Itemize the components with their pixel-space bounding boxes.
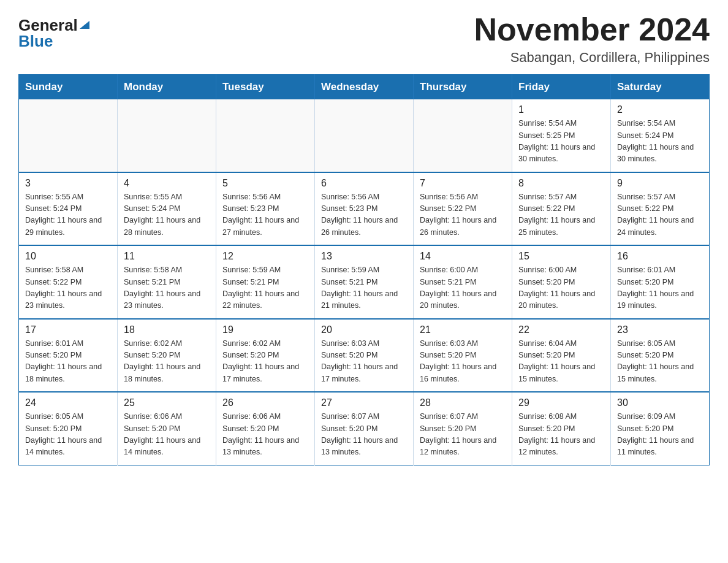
calendar-week-row: 17Sunrise: 6:01 AMSunset: 5:20 PMDayligh… — [19, 319, 710, 393]
day-info: Sunrise: 6:07 AMSunset: 5:20 PMDaylight:… — [420, 411, 506, 459]
page-header: General Blue November 2024 Sabangan, Cor… — [18, 12, 710, 66]
calendar-cell: 1Sunrise: 5:54 AMSunset: 5:25 PMDaylight… — [512, 99, 611, 172]
day-info: Sunrise: 5:58 AMSunset: 5:22 PMDaylight:… — [25, 264, 111, 312]
day-info: Sunrise: 5:55 AMSunset: 5:24 PMDaylight:… — [25, 191, 111, 239]
logo-general-text: General — [18, 17, 78, 33]
calendar-cell: 7Sunrise: 5:56 AMSunset: 5:22 PMDaylight… — [414, 172, 512, 246]
calendar-cell: 12Sunrise: 5:59 AMSunset: 5:21 PMDayligh… — [216, 245, 315, 319]
logo-blue-text: Blue — [18, 33, 53, 49]
day-number: 18 — [124, 324, 210, 335]
calendar-header-sunday: Sunday — [19, 75, 118, 100]
logo-triangle-icon — [80, 21, 89, 29]
calendar-cell — [118, 99, 216, 172]
calendar-header-tuesday: Tuesday — [216, 75, 315, 100]
day-number: 10 — [25, 251, 111, 262]
calendar-header-thursday: Thursday — [414, 75, 512, 100]
day-number: 14 — [420, 251, 506, 262]
day-number: 24 — [25, 397, 111, 408]
day-number: 13 — [321, 251, 407, 262]
calendar-cell: 22Sunrise: 6:04 AMSunset: 5:20 PMDayligh… — [512, 319, 611, 393]
calendar-cell: 27Sunrise: 6:07 AMSunset: 5:20 PMDayligh… — [315, 392, 414, 465]
day-info: Sunrise: 5:56 AMSunset: 5:23 PMDaylight:… — [222, 191, 308, 239]
calendar-cell: 10Sunrise: 5:58 AMSunset: 5:22 PMDayligh… — [19, 245, 118, 319]
day-info: Sunrise: 6:03 AMSunset: 5:20 PMDaylight:… — [321, 338, 407, 386]
day-info: Sunrise: 5:57 AMSunset: 5:22 PMDaylight:… — [518, 191, 604, 239]
day-number: 30 — [617, 397, 703, 408]
day-number: 29 — [518, 397, 604, 408]
day-info: Sunrise: 6:02 AMSunset: 5:20 PMDaylight:… — [222, 338, 308, 386]
day-number: 22 — [518, 324, 604, 335]
calendar-cell: 11Sunrise: 5:58 AMSunset: 5:21 PMDayligh… — [118, 245, 216, 319]
calendar-week-row: 1Sunrise: 5:54 AMSunset: 5:25 PMDaylight… — [19, 99, 710, 172]
day-number: 5 — [222, 178, 308, 189]
location-subtitle: Sabangan, Cordillera, Philippines — [474, 50, 710, 66]
calendar-cell — [216, 99, 315, 172]
day-info: Sunrise: 5:54 AMSunset: 5:24 PMDaylight:… — [617, 118, 703, 166]
day-number: 17 — [25, 324, 111, 335]
day-info: Sunrise: 6:09 AMSunset: 5:20 PMDaylight:… — [617, 411, 703, 459]
calendar-cell: 25Sunrise: 6:06 AMSunset: 5:20 PMDayligh… — [118, 392, 216, 465]
calendar-cell: 23Sunrise: 6:05 AMSunset: 5:20 PMDayligh… — [611, 319, 710, 393]
calendar-cell: 21Sunrise: 6:03 AMSunset: 5:20 PMDayligh… — [414, 319, 512, 393]
day-info: Sunrise: 6:00 AMSunset: 5:21 PMDaylight:… — [420, 264, 506, 312]
day-info: Sunrise: 5:59 AMSunset: 5:21 PMDaylight:… — [222, 264, 308, 312]
calendar-week-row: 10Sunrise: 5:58 AMSunset: 5:22 PMDayligh… — [19, 245, 710, 319]
calendar-week-row: 24Sunrise: 6:05 AMSunset: 5:20 PMDayligh… — [19, 392, 710, 465]
calendar-cell — [315, 99, 414, 172]
day-info: Sunrise: 6:08 AMSunset: 5:20 PMDaylight:… — [518, 411, 604, 459]
day-info: Sunrise: 5:58 AMSunset: 5:21 PMDaylight:… — [124, 264, 210, 312]
day-number: 11 — [124, 251, 210, 262]
day-number: 16 — [617, 251, 703, 262]
day-info: Sunrise: 6:05 AMSunset: 5:20 PMDaylight:… — [617, 338, 703, 386]
calendar-header-row: SundayMondayTuesdayWednesdayThursdayFrid… — [19, 75, 710, 100]
day-number: 28 — [420, 397, 506, 408]
day-info: Sunrise: 6:04 AMSunset: 5:20 PMDaylight:… — [518, 338, 604, 386]
day-info: Sunrise: 5:57 AMSunset: 5:22 PMDaylight:… — [617, 191, 703, 239]
day-info: Sunrise: 6:07 AMSunset: 5:20 PMDaylight:… — [321, 411, 407, 459]
calendar-table: SundayMondayTuesdayWednesdayThursdayFrid… — [18, 74, 710, 465]
day-info: Sunrise: 6:03 AMSunset: 5:20 PMDaylight:… — [420, 338, 506, 386]
title-block: November 2024 Sabangan, Cordillera, Phil… — [474, 12, 710, 66]
day-info: Sunrise: 6:02 AMSunset: 5:20 PMDaylight:… — [124, 338, 210, 386]
calendar-cell: 29Sunrise: 6:08 AMSunset: 5:20 PMDayligh… — [512, 392, 611, 465]
day-number: 4 — [124, 178, 210, 189]
calendar-week-row: 3Sunrise: 5:55 AMSunset: 5:24 PMDaylight… — [19, 172, 710, 246]
calendar-cell: 14Sunrise: 6:00 AMSunset: 5:21 PMDayligh… — [414, 245, 512, 319]
day-info: Sunrise: 6:06 AMSunset: 5:20 PMDaylight:… — [222, 411, 308, 459]
day-number: 20 — [321, 324, 407, 335]
calendar-cell: 6Sunrise: 5:56 AMSunset: 5:23 PMDaylight… — [315, 172, 414, 246]
calendar-cell: 2Sunrise: 5:54 AMSunset: 5:24 PMDaylight… — [611, 99, 710, 172]
calendar-cell: 5Sunrise: 5:56 AMSunset: 5:23 PMDaylight… — [216, 172, 315, 246]
month-year-title: November 2024 — [474, 12, 710, 47]
day-number: 7 — [420, 178, 506, 189]
calendar-cell: 28Sunrise: 6:07 AMSunset: 5:20 PMDayligh… — [414, 392, 512, 465]
calendar-cell: 24Sunrise: 6:05 AMSunset: 5:20 PMDayligh… — [19, 392, 118, 465]
calendar-header-friday: Friday — [512, 75, 611, 100]
calendar-cell: 13Sunrise: 5:59 AMSunset: 5:21 PMDayligh… — [315, 245, 414, 319]
day-number: 19 — [222, 324, 308, 335]
day-number: 12 — [222, 251, 308, 262]
calendar-header-monday: Monday — [118, 75, 216, 100]
day-number: 27 — [321, 397, 407, 408]
day-number: 8 — [518, 178, 604, 189]
day-number: 15 — [518, 251, 604, 262]
calendar-cell — [19, 99, 118, 172]
logo: General Blue — [18, 17, 89, 49]
calendar-cell: 16Sunrise: 6:01 AMSunset: 5:20 PMDayligh… — [611, 245, 710, 319]
day-info: Sunrise: 6:00 AMSunset: 5:20 PMDaylight:… — [518, 264, 604, 312]
calendar-cell: 15Sunrise: 6:00 AMSunset: 5:20 PMDayligh… — [512, 245, 611, 319]
calendar-cell: 18Sunrise: 6:02 AMSunset: 5:20 PMDayligh… — [118, 319, 216, 393]
day-info: Sunrise: 6:06 AMSunset: 5:20 PMDaylight:… — [124, 411, 210, 459]
calendar-cell: 17Sunrise: 6:01 AMSunset: 5:20 PMDayligh… — [19, 319, 118, 393]
calendar-cell: 30Sunrise: 6:09 AMSunset: 5:20 PMDayligh… — [611, 392, 710, 465]
calendar-cell — [414, 99, 512, 172]
day-number: 23 — [617, 324, 703, 335]
day-info: Sunrise: 5:59 AMSunset: 5:21 PMDaylight:… — [321, 264, 407, 312]
day-number: 1 — [518, 104, 604, 115]
day-info: Sunrise: 6:05 AMSunset: 5:20 PMDaylight:… — [25, 411, 111, 459]
day-number: 6 — [321, 178, 407, 189]
calendar-cell: 3Sunrise: 5:55 AMSunset: 5:24 PMDaylight… — [19, 172, 118, 246]
day-number: 2 — [617, 104, 703, 115]
day-number: 9 — [617, 178, 703, 189]
calendar-header-saturday: Saturday — [611, 75, 710, 100]
